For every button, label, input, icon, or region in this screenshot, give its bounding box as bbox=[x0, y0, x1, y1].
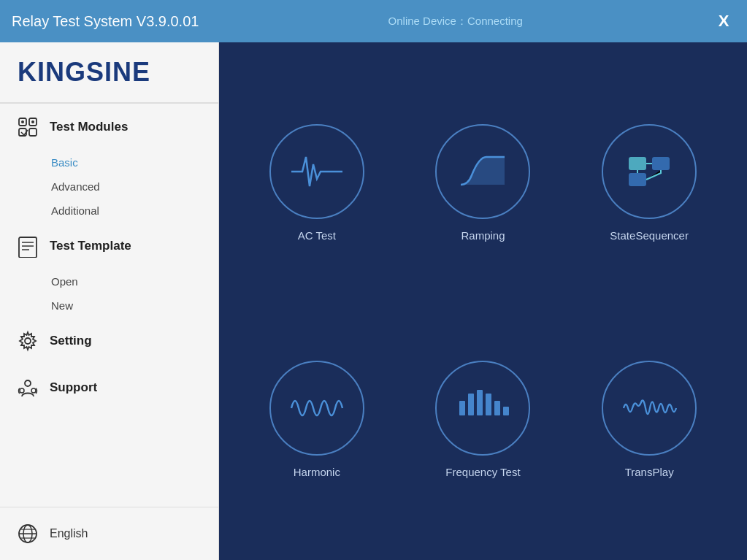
svg-rect-27 bbox=[503, 407, 509, 415]
test-template-icon bbox=[15, 233, 41, 259]
main-layout: KINGSINE bbox=[0, 42, 747, 560]
sidebar-sub-item-open[interactable]: Open bbox=[44, 269, 218, 294]
module-circle-ac-test bbox=[269, 124, 364, 219]
module-label-transplay: TransPlay bbox=[625, 466, 674, 478]
sidebar-logo-area: KINGSINE bbox=[0, 42, 218, 104]
logo: KINGSINE bbox=[18, 57, 201, 88]
svg-rect-21 bbox=[629, 173, 646, 186]
app-title: Relay Test System V3.9.0.01 bbox=[12, 13, 199, 30]
sidebar-item-setting[interactable]: Setting bbox=[0, 318, 218, 364]
content-area: AC Test Ramping bbox=[219, 42, 747, 560]
module-card-harmonic[interactable]: Harmonic bbox=[262, 353, 372, 486]
svg-rect-2 bbox=[19, 129, 26, 136]
module-card-state-sequencer[interactable]: StateSequencer bbox=[594, 117, 704, 249]
svg-point-4 bbox=[21, 120, 24, 123]
language-selector[interactable]: English bbox=[0, 507, 218, 560]
online-label: Online Device： bbox=[388, 15, 467, 27]
svg-rect-24 bbox=[477, 390, 483, 415]
module-card-ramping[interactable]: Ramping bbox=[428, 117, 537, 249]
language-icon bbox=[15, 521, 41, 547]
close-button[interactable]: X bbox=[712, 9, 735, 33]
module-card-ac-test[interactable]: AC Test bbox=[262, 117, 372, 249]
sidebar-item-support[interactable]: Support bbox=[0, 364, 218, 411]
sidebar-sub-item-new[interactable]: New bbox=[44, 294, 218, 318]
svg-point-10 bbox=[25, 338, 31, 344]
sidebar: KINGSINE bbox=[0, 42, 219, 560]
module-circle-transplay bbox=[602, 361, 697, 456]
svg-point-11 bbox=[25, 380, 31, 386]
setting-icon bbox=[15, 328, 41, 354]
module-label-ac-test: AC Test bbox=[298, 229, 336, 242]
test-modules-sub-items: Basic Advanced Additional bbox=[0, 150, 218, 223]
sidebar-sub-item-additional[interactable]: Additional bbox=[44, 199, 218, 223]
module-label-harmonic: Harmonic bbox=[294, 466, 340, 478]
module-card-frequency-test[interactable]: Frequency Test bbox=[428, 353, 537, 486]
section-support: Support bbox=[0, 364, 218, 411]
svg-rect-26 bbox=[494, 401, 500, 415]
svg-point-12 bbox=[20, 388, 24, 393]
language-label: English bbox=[50, 527, 88, 540]
section-test-modules: Test Modules Basic Advanced Additional bbox=[0, 104, 218, 223]
sidebar-item-test-template[interactable]: Test Template bbox=[0, 223, 218, 269]
connection-status-area: Online Device：Connecting bbox=[388, 15, 523, 28]
svg-rect-22 bbox=[459, 401, 465, 415]
svg-rect-20 bbox=[652, 157, 670, 170]
sidebar-sub-item-advanced[interactable]: Advanced bbox=[44, 174, 218, 199]
connection-status: Connecting bbox=[467, 15, 523, 27]
svg-point-13 bbox=[31, 388, 36, 393]
svg-rect-25 bbox=[486, 394, 491, 415]
support-label: Support bbox=[50, 380, 97, 395]
module-label-frequency-test: Frequency Test bbox=[445, 466, 520, 478]
test-template-sub-items: Open New bbox=[0, 269, 218, 318]
svg-rect-6 bbox=[19, 237, 37, 258]
svg-rect-3 bbox=[29, 129, 37, 136]
setting-label: Setting bbox=[50, 334, 92, 348]
section-setting: Setting bbox=[0, 318, 218, 364]
module-circle-ramping bbox=[435, 124, 530, 219]
module-label-ramping: Ramping bbox=[461, 229, 505, 242]
svg-rect-19 bbox=[629, 157, 646, 170]
test-template-label: Test Template bbox=[50, 239, 131, 253]
svg-point-5 bbox=[31, 120, 34, 123]
title-bar: Relay Test System V3.9.0.01 Online Devic… bbox=[0, 0, 747, 42]
module-card-transplay[interactable]: TransPlay bbox=[594, 353, 704, 486]
sidebar-content: Test Modules Basic Advanced Additional bbox=[0, 104, 218, 507]
sidebar-sub-item-basic[interactable]: Basic bbox=[44, 150, 218, 174]
support-icon bbox=[15, 375, 41, 401]
module-circle-frequency-test bbox=[435, 361, 530, 456]
test-modules-label: Test Modules bbox=[50, 120, 128, 134]
module-circle-state-sequencer bbox=[602, 124, 697, 219]
test-modules-icon bbox=[15, 114, 41, 140]
sidebar-item-test-modules[interactable]: Test Modules bbox=[0, 104, 218, 150]
module-circle-harmonic bbox=[269, 361, 364, 456]
svg-rect-23 bbox=[468, 394, 474, 415]
module-label-state-sequencer: StateSequencer bbox=[610, 229, 689, 242]
section-test-template: Test Template Open New bbox=[0, 223, 218, 318]
